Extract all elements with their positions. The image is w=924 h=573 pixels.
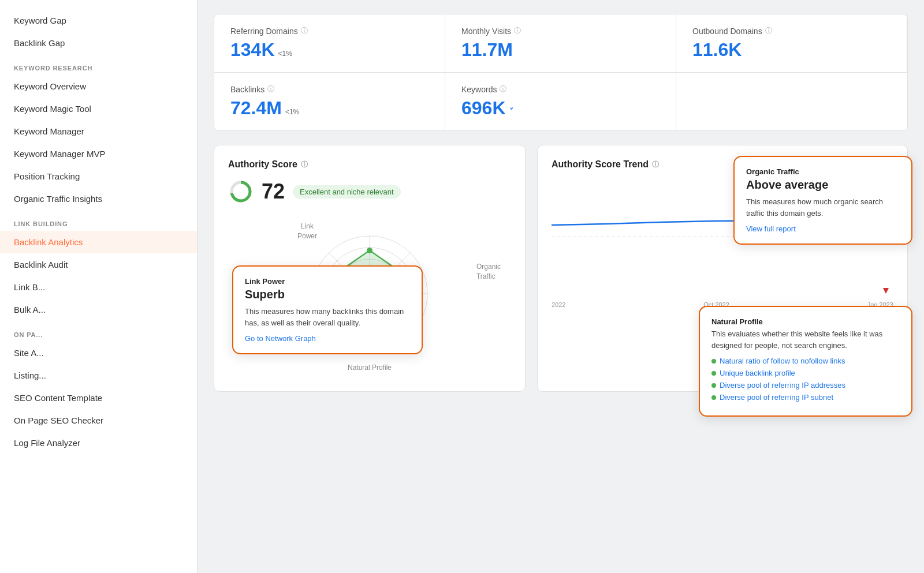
outbound-domains-value: 11.6K	[692, 39, 742, 61]
tooltip-natural-profile-title: Natural Profile	[711, 317, 900, 326]
tooltip-link-power-title: Link Power	[245, 277, 410, 286]
sidebar-item-keyword-manager-mvp[interactable]: Keyword Manager MVP	[0, 143, 197, 165]
sidebar-item-link-b[interactable]: Link B...	[0, 276, 197, 298]
sidebar-item-bulk-a[interactable]: Bulk A...	[0, 298, 197, 321]
natural-item-0[interactable]: Natural ratio of follow to nofollow link…	[711, 357, 900, 365]
go-to-network-graph-link[interactable]: Go to Network Graph	[245, 334, 410, 343]
monthly-visits-value: 11.7M	[461, 39, 513, 61]
tooltip-organic-traffic-title: Organic Traffic	[746, 167, 900, 176]
authority-score-title: Authority Score	[228, 159, 297, 170]
stat-backlinks: Backlinks ⓘ 72.4M <1%	[214, 72, 445, 130]
sidebar-section-link-building: LINK BUILDING	[0, 210, 197, 231]
sidebar-item-keyword-gap[interactable]: Keyword Gap	[0, 9, 197, 32]
backlinks-badge: <1%	[285, 108, 299, 116]
sidebar-item-backlink-analytics[interactable]: Backlink Analytics	[0, 231, 197, 253]
referring-domains-badge: <1%	[278, 50, 292, 58]
sidebar-item-backlink-gap[interactable]: Backlink Gap	[0, 32, 197, 54]
sidebar-item-site-a[interactable]: Site A...	[0, 342, 197, 364]
keywords-label: Keywords	[461, 85, 497, 94]
sidebar-item-on-page-seo-checker[interactable]: On Page SEO Checker	[0, 409, 197, 432]
tooltip-organic-traffic: Organic Traffic Above average This measu…	[733, 156, 912, 245]
tooltip-organic-traffic-desc: This measures how much organic search tr…	[746, 196, 900, 219]
radar-label-natural-profile: Natural Profile	[348, 364, 392, 372]
natural-item-3[interactable]: Diverse pool of referring IP subnet	[711, 393, 900, 402]
chart-red-marker	[883, 288, 889, 294]
score-donut-icon	[228, 179, 254, 204]
stat-monthly-visits: Monthly Visits ⓘ 11.7M	[445, 14, 676, 72]
keywords-value: 696K	[461, 98, 506, 119]
tooltip-natural-profile-desc: This evaluates whether this website feel…	[711, 328, 900, 351]
natural-item-1[interactable]: Unique backlink profile	[711, 369, 900, 377]
backlinks-label: Backlinks	[230, 85, 264, 94]
keywords-chevron-icon[interactable]: ˅	[509, 107, 513, 116]
referring-domains-label: Referring Domains	[230, 27, 298, 36]
keywords-info-icon[interactable]: ⓘ	[500, 84, 506, 94]
radar-label-organic-traffic: OrganicTraffic	[476, 262, 501, 282]
sidebar-item-position-tracking[interactable]: Position Tracking	[0, 165, 197, 188]
sidebar-item-listing[interactable]: Listing...	[0, 364, 197, 387]
tooltip-link-power-desc: This measures how many backlinks this do…	[245, 306, 410, 328]
authority-score-badge: Excellent and niche relevant	[293, 185, 401, 199]
stat-keywords: Keywords ⓘ 696K ˅	[445, 72, 676, 130]
svg-point-12	[367, 248, 372, 253]
monthly-visits-label: Monthly Visits	[461, 27, 511, 36]
backlinks-info-icon[interactable]: ⓘ	[267, 84, 274, 94]
sidebar-item-organic-traffic-insights[interactable]: Organic Traffic Insights	[0, 188, 197, 210]
natural-dot-2	[711, 383, 716, 388]
sidebar-item-log-file-analyzer[interactable]: Log File Analyzer	[0, 432, 197, 454]
tooltip-link-power-heading: Superb	[245, 288, 410, 301]
authority-score-info-icon[interactable]: ⓘ	[301, 160, 308, 170]
sidebar-item-backlink-audit[interactable]: Backlink Audit	[0, 253, 197, 276]
main-content: Referring Domains ⓘ 134K <1% Monthly Vis…	[198, 0, 924, 573]
referring-domains-info-icon[interactable]: ⓘ	[301, 26, 308, 36]
sidebar-item-keyword-manager[interactable]: Keyword Manager	[0, 120, 197, 143]
natural-item-2[interactable]: Diverse pool of referring IP addresses	[711, 381, 900, 390]
monthly-visits-info-icon[interactable]: ⓘ	[514, 26, 521, 36]
outbound-domains-info-icon[interactable]: ⓘ	[765, 26, 772, 36]
x-axis-2022: 2022	[552, 301, 565, 308]
trend-info-icon[interactable]: ⓘ	[652, 160, 659, 170]
sidebar: Keyword Gap Backlink Gap KEYWORD RESEARC…	[0, 0, 198, 573]
natural-dot-1	[711, 371, 716, 376]
natural-profile-items: Natural ratio of follow to nofollow link…	[711, 357, 900, 402]
stat-empty	[676, 72, 907, 130]
outbound-domains-label: Outbound Domains	[692, 27, 762, 36]
sidebar-section-on-page: ON PA...	[0, 321, 197, 342]
stat-outbound-domains: Outbound Domains ⓘ 11.6K	[676, 14, 907, 72]
referring-domains-value: 134K	[230, 39, 275, 61]
sidebar-item-keyword-magic-tool[interactable]: Keyword Magic Tool	[0, 98, 197, 120]
sidebar-item-seo-content-template[interactable]: SEO Content Template	[0, 387, 197, 409]
stat-referring-domains: Referring Domains ⓘ 134K <1%	[214, 14, 445, 72]
natural-dot-0	[711, 359, 716, 364]
sidebar-item-keyword-overview[interactable]: Keyword Overview	[0, 75, 197, 98]
backlinks-value: 72.4M	[230, 98, 282, 119]
tooltip-link-power: Link Power Superb This measures how many…	[232, 265, 423, 354]
natural-dot-3	[711, 395, 716, 400]
tooltip-organic-traffic-heading: Above average	[746, 178, 900, 192]
stats-row: Referring Domains ⓘ 134K <1% Monthly Vis…	[214, 14, 908, 131]
tooltip-natural-profile: Natural Profile This evaluates whether t…	[699, 306, 912, 417]
sidebar-section-keyword-research: KEYWORD RESEARCH	[0, 54, 197, 75]
radar-label-link-power: LinkPower	[297, 222, 317, 241]
trend-card-title: Authority Score Trend	[552, 159, 649, 170]
authority-score-number: 72	[262, 179, 285, 204]
view-full-report-link[interactable]: View full report	[746, 224, 900, 233]
